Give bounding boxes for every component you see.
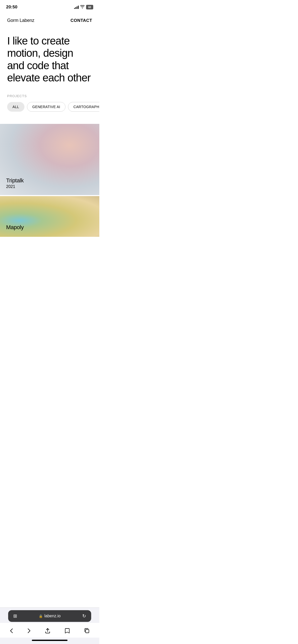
filter-pills: ALL GENERATIVE AI CARTOGRAPHY DES... <box>0 102 99 113</box>
contact-button[interactable]: CONTACT <box>71 18 92 23</box>
filter-generative-ai[interactable]: GENERATIVE AI <box>27 102 65 112</box>
filter-cartography[interactable]: CARTOGRAPHY <box>68 102 99 112</box>
status-bar: 20:50 60 <box>0 0 99 13</box>
wifi-icon <box>80 5 85 9</box>
battery-icon: 60 <box>86 5 93 9</box>
status-time: 20:50 <box>6 5 17 10</box>
card-info-triptalk: Triptalk 2021 <box>6 177 24 189</box>
card-info-mapoly: Mapoly <box>6 224 24 231</box>
hero-section: I like to create motion, design and code… <box>0 27 99 94</box>
card-title-triptalk: Triptalk <box>6 177 24 184</box>
header: Gorm Labenz CONTACT <box>0 13 99 27</box>
project-cards: Triptalk 2021 Mapoly <box>0 124 99 237</box>
status-icons: 60 <box>74 5 93 9</box>
project-card-triptalk[interactable]: Triptalk 2021 <box>0 124 99 195</box>
signal-icon <box>74 5 79 9</box>
card-year-triptalk: 2021 <box>6 184 24 189</box>
projects-label: PROJECTS <box>7 94 92 98</box>
project-card-mapoly[interactable]: Mapoly <box>0 196 99 237</box>
filter-all[interactable]: ALL <box>7 102 24 112</box>
site-name: Gorm Labenz <box>7 18 34 23</box>
projects-section: PROJECTS ALL GENERATIVE AI CARTOGRAPHY D… <box>0 94 99 118</box>
hero-text: I like to create motion, design and code… <box>7 35 92 84</box>
card-title-mapoly: Mapoly <box>6 224 24 231</box>
